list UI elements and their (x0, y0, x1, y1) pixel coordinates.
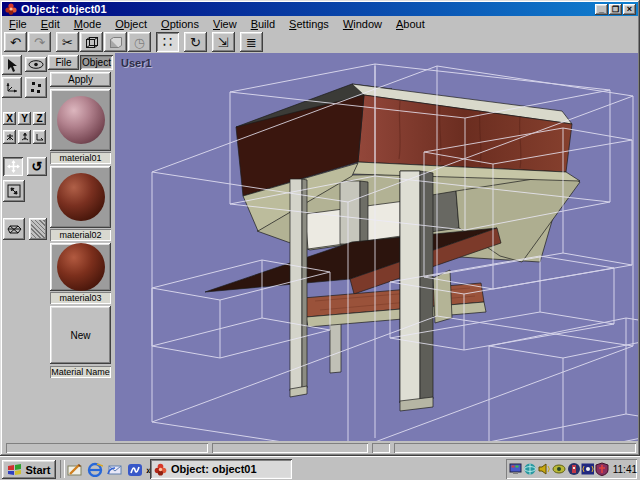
scale-arrow-icon (7, 184, 21, 198)
app-window: Object: object01 _ ❐ × File Edit Mode Ob… (0, 0, 640, 456)
axis-z-button[interactable]: Z (33, 112, 46, 125)
material-2-tile[interactable] (50, 166, 111, 228)
wire-shade-button[interactable] (3, 218, 25, 240)
network-globe-icon[interactable] (523, 462, 536, 476)
antivirus-shield-icon[interactable] (595, 462, 608, 476)
new-material-button[interactable]: New (50, 306, 111, 364)
menu-options[interactable]: Options (154, 18, 206, 30)
material-3-sphere (57, 243, 105, 291)
rotate-tool-button[interactable]: ↺ (27, 157, 47, 176)
tab-file[interactable]: File (48, 55, 79, 70)
view-visibility-button[interactable] (25, 57, 47, 72)
windows-flag-icon (7, 463, 22, 476)
viewport-view-label: User1 (121, 57, 152, 69)
cut-button[interactable]: ✂ (56, 32, 79, 52)
menu-build[interactable]: Build (244, 18, 282, 30)
taskbar: Start » Object: object01 (0, 456, 640, 480)
window-title: Object: object01 (21, 3, 107, 15)
axis-tool-button[interactable] (2, 77, 22, 98)
menu-object[interactable]: Object (108, 18, 154, 30)
title-bar[interactable]: Object: object01 _ ❐ × (2, 2, 638, 16)
select-tool-button[interactable] (2, 55, 22, 75)
coord-screen-button[interactable] (33, 130, 46, 144)
tool-palette: X Y Z ↺ (2, 54, 48, 442)
menu-bar: File Edit Mode Object Options View Build… (2, 17, 638, 31)
rotate-view-button[interactable]: ↻ (184, 32, 207, 52)
coord-world-button[interactable] (3, 130, 16, 144)
axis-x-button[interactable]: X (3, 112, 16, 125)
dither-texture-button[interactable] (29, 218, 47, 240)
display-settings-icon[interactable] (509, 462, 522, 476)
graphics-eye-icon[interactable] (552, 462, 565, 476)
undo-button[interactable]: ↶ (4, 32, 27, 52)
axis-drag-button[interactable]: ⇲ (212, 32, 235, 52)
radio-tuner-icon[interactable] (581, 462, 594, 476)
viewport-canvas[interactable] (115, 53, 638, 441)
status-cell-4 (394, 443, 636, 453)
table-model (205, 84, 580, 411)
menu-about[interactable]: About (389, 18, 432, 30)
status-cell-3 (372, 443, 390, 453)
material-1-tile[interactable] (50, 89, 111, 151)
status-cell-2 (212, 443, 368, 453)
material-1-sphere (57, 96, 105, 144)
taskbar-divider (60, 460, 65, 478)
close-button[interactable]: × (623, 4, 636, 15)
figure-object-icon (20, 132, 30, 142)
viewport[interactable]: User1 (115, 53, 638, 441)
app-icon (5, 3, 17, 15)
toolbar: ↶ ↷ ✂ ◷ ∷ ↻ ⇲ ≣ (2, 31, 638, 54)
axis-y-button[interactable]: Y (18, 112, 31, 125)
menu-settings[interactable]: Settings (282, 18, 336, 30)
redo-button[interactable]: ↷ (28, 32, 51, 52)
material-3-label: material03 (50, 292, 111, 304)
status-cell-1 (6, 443, 208, 453)
cursor-arrow-icon (6, 59, 18, 72)
internet-explorer-icon[interactable] (86, 461, 103, 478)
minimize-button[interactable]: _ (595, 4, 608, 15)
material-name-header: Material Name (50, 366, 111, 378)
point-edit-button[interactable]: ∷ (156, 32, 179, 52)
axis-icon (6, 81, 19, 94)
scale-tool-button[interactable] (3, 180, 25, 202)
corner-axis-icon (35, 132, 45, 142)
solid-cube-icon (109, 36, 123, 49)
menu-view[interactable]: View (206, 18, 244, 30)
menu-mode[interactable]: Mode (67, 18, 109, 30)
show-desktop-icon[interactable] (66, 461, 83, 478)
apply-button[interactable]: Apply (50, 72, 111, 87)
material-1-label: material01 (50, 152, 111, 164)
menu-file[interactable]: File (2, 18, 34, 30)
menu-window[interactable]: Window (336, 18, 389, 30)
status-bar (2, 442, 638, 454)
scheduler-badge-icon[interactable] (567, 462, 580, 476)
material-3-tile[interactable] (50, 243, 111, 291)
options-list-button[interactable]: ≣ (240, 32, 263, 52)
coord-object-button[interactable] (18, 130, 31, 144)
screen: Object: object01 _ ❐ × File Edit Mode Ob… (0, 0, 640, 480)
materials-panel: File Object Apply material01 material02 … (48, 53, 114, 442)
sphere-view-button[interactable]: ◷ (128, 32, 151, 52)
tray-clock[interactable]: 11:41 (613, 464, 637, 475)
move-tool-button[interactable] (3, 157, 23, 176)
start-button[interactable]: Start (2, 460, 56, 479)
msn-icon[interactable] (126, 461, 143, 478)
wireframe-view-button[interactable] (80, 32, 103, 52)
menu-edit[interactable]: Edit (34, 18, 67, 30)
eye-icon (28, 60, 44, 69)
task-app-icon (154, 463, 167, 476)
restore-button[interactable]: ❐ (609, 4, 622, 15)
tab-object[interactable]: Object (80, 55, 113, 70)
figure-world-icon (5, 132, 15, 142)
system-tray: 11:41 (506, 459, 637, 479)
task-button-object01[interactable]: Object: object01 (150, 459, 292, 479)
move-cross-icon (7, 160, 20, 173)
outlook-express-icon[interactable] (106, 461, 123, 478)
volume-icon[interactable] (538, 462, 551, 476)
solid-view-button[interactable] (104, 32, 127, 52)
wire-hexagon-icon (7, 224, 22, 235)
point-select-button[interactable] (25, 77, 47, 98)
points-icon (30, 81, 43, 94)
material-2-sphere (57, 173, 105, 221)
wireframe-cube-icon (85, 36, 99, 49)
